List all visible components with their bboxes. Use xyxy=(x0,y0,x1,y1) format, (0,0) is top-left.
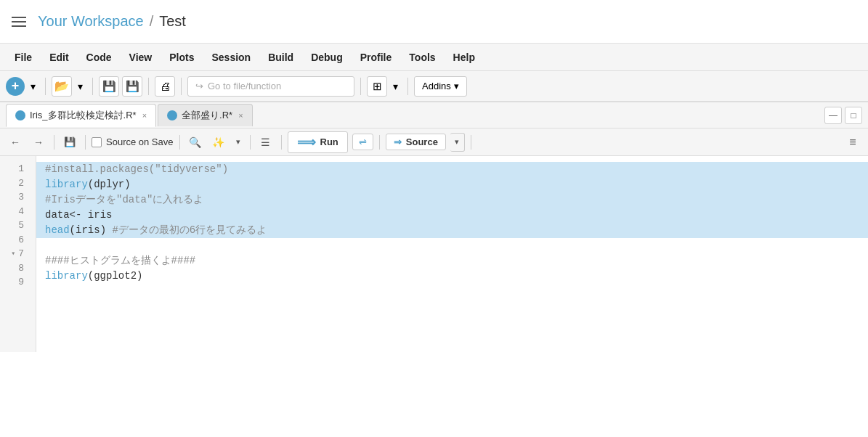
re-run-button[interactable]: ⇌ xyxy=(352,134,373,150)
main-toolbar: + ▾ 📂 ▾ 💾 💾 🖨 ↪ Go to file/function ⊞ ▾ … xyxy=(0,71,868,102)
line-num-9: 9 xyxy=(7,275,28,290)
tab-label-zenbu: 全部盛り.R* xyxy=(182,109,232,122)
editor-toolbar: ← → 💾 Source on Save 🔍 ✨ ▾ ☰ ⟹ Run ⇌ ⇒ S… xyxy=(0,128,868,156)
editor-container: Iris_多群比較検定検討.R* × 全部盛り.R* × — □ ← → 💾 S… xyxy=(0,102,868,352)
menu-session[interactable]: Session xyxy=(203,47,259,68)
search-button[interactable]: 🔍 xyxy=(186,133,205,152)
tab-close-iris[interactable]: × xyxy=(142,111,147,120)
tab-zenbu[interactable]: 全部盛り.R* × xyxy=(158,104,253,126)
et-sep-7 xyxy=(471,135,471,150)
hamburger-menu[interactable] xyxy=(12,17,26,27)
sep-6 xyxy=(407,78,408,95)
workspace-link[interactable]: Your Workspace xyxy=(38,13,144,30)
code-line-7: ####ヒストグラムを描くよ#### xyxy=(36,253,868,269)
tab-icon-iris xyxy=(15,110,25,121)
line-num-6: 6 xyxy=(7,233,28,248)
list-button[interactable]: ☰ xyxy=(256,133,275,152)
re-run-icon: ⇌ xyxy=(359,136,367,147)
et-sep-4 xyxy=(250,135,251,150)
forward-button[interactable]: → xyxy=(29,133,48,152)
code-content[interactable]: #install.packages("tidyverse") library(d… xyxy=(36,156,868,352)
source-on-save-toggle[interactable]: Source on Save xyxy=(92,136,174,147)
open-file-button[interactable]: 📂 xyxy=(52,76,72,97)
sep-5 xyxy=(360,78,361,95)
menu-code[interactable]: Code xyxy=(78,47,121,68)
maximize-pane-button[interactable]: □ xyxy=(845,107,862,124)
grid-button[interactable]: ⊞ xyxy=(367,76,387,97)
save-button[interactable]: 💾 xyxy=(99,76,119,97)
code-line-2: library(dplyr) xyxy=(36,177,868,192)
et-sep-3 xyxy=(179,135,180,150)
magic-dropdown[interactable]: ▾ xyxy=(232,133,244,152)
line-num-1: 1 xyxy=(7,162,28,176)
menu-view[interactable]: View xyxy=(121,47,161,68)
align-button[interactable]: ≡ xyxy=(843,133,862,152)
et-sep-2 xyxy=(85,135,86,150)
code-line-9 xyxy=(36,284,868,299)
grid-group: ⊞ ▾ xyxy=(367,76,402,97)
tab-label-iris: Iris_多群比較検定検討.R* xyxy=(30,109,137,122)
code-line-8: library(ggplot2) xyxy=(36,269,868,284)
menu-edit[interactable]: Edit xyxy=(41,47,77,68)
grid-dropdown[interactable]: ▾ xyxy=(389,76,402,97)
menu-profile[interactable]: Profile xyxy=(352,47,401,68)
code-editor[interactable]: 1 2 3 4 5 6 ▾7 8 9 #install.packages("ti… xyxy=(0,156,868,352)
new-file-button[interactable]: + xyxy=(6,77,25,96)
save-all-button[interactable]: 💾 xyxy=(122,76,142,97)
minimize-pane-button[interactable]: — xyxy=(824,107,842,124)
code-line-1: #install.packages("tidyverse") xyxy=(36,162,868,177)
menu-build[interactable]: Build xyxy=(259,47,302,68)
code-line-5: head(iris) #データの最初の6行を見てみるよ xyxy=(36,223,868,238)
source-arrow-icon: ⇒ xyxy=(394,136,402,147)
code-line-3: #Irisデータを"data"に入れるよ xyxy=(36,192,868,208)
line-numbers: 1 2 3 4 5 6 ▾7 8 9 xyxy=(0,156,36,352)
breadcrumb-sep: / xyxy=(150,13,154,30)
run-label: Run xyxy=(320,136,338,147)
magic-button[interactable]: ✨ xyxy=(209,133,228,152)
go-to-file-input[interactable]: ↪ Go to file/function xyxy=(187,76,354,97)
et-sep-1 xyxy=(54,135,54,150)
tab-iris[interactable]: Iris_多群比較検定検討.R* × xyxy=(6,104,156,127)
menu-debug[interactable]: Debug xyxy=(302,47,352,68)
menu-tools[interactable]: Tools xyxy=(400,47,444,68)
new-file-dropdown[interactable]: ▾ xyxy=(26,76,39,97)
source-button[interactable]: ⇒ Source xyxy=(386,134,446,150)
addins-chevron-icon: ▾ xyxy=(454,81,459,91)
sep-1 xyxy=(45,78,46,95)
print-button[interactable]: 🖨 xyxy=(155,76,175,97)
open-file-group: 📂 ▾ xyxy=(52,76,86,97)
menu-bar: File Edit Code View Plots Session Build … xyxy=(0,44,868,71)
new-file-group: + ▾ xyxy=(6,76,39,97)
go-to-arrow-icon: ↪ xyxy=(195,81,203,91)
line-num-3: 3 xyxy=(7,190,28,205)
et-sep-6 xyxy=(379,135,380,150)
code-line-4: data<- iris xyxy=(36,208,868,223)
source-dropdown[interactable]: ▾ xyxy=(450,133,465,152)
tab-icon-zenbu xyxy=(167,110,177,121)
top-bar: Your Workspace / Test xyxy=(0,0,868,44)
source-label: Source xyxy=(406,136,438,147)
code-line-6 xyxy=(36,238,868,253)
source-on-save-checkbox[interactable] xyxy=(92,137,102,147)
menu-plots[interactable]: Plots xyxy=(161,47,203,68)
addins-button[interactable]: Addins ▾ xyxy=(414,76,467,97)
back-button[interactable]: ← xyxy=(6,133,25,152)
tab-bar: Iris_多群比較検定検討.R* × 全部盛り.R* × — □ xyxy=(0,102,868,128)
et-sep-5 xyxy=(281,135,282,150)
menu-help[interactable]: Help xyxy=(445,47,484,68)
tab-close-zenbu[interactable]: × xyxy=(238,111,243,120)
go-to-file-placeholder: Go to file/function xyxy=(208,81,281,91)
sep-4 xyxy=(181,78,182,95)
line-num-7: ▾7 xyxy=(7,247,28,261)
project-name: Test xyxy=(159,13,186,30)
save-doc-button[interactable]: 💾 xyxy=(60,133,79,152)
run-arrow-icon: ⟹ xyxy=(297,134,316,150)
line-num-8: 8 xyxy=(7,261,28,276)
line-num-4: 4 xyxy=(7,205,28,219)
source-on-save-label: Source on Save xyxy=(106,136,174,147)
line-num-2: 2 xyxy=(7,176,28,191)
run-button[interactable]: ⟹ Run xyxy=(288,131,348,153)
line-num-5: 5 xyxy=(7,218,28,233)
open-dropdown[interactable]: ▾ xyxy=(73,76,86,97)
menu-file[interactable]: File xyxy=(6,47,41,68)
